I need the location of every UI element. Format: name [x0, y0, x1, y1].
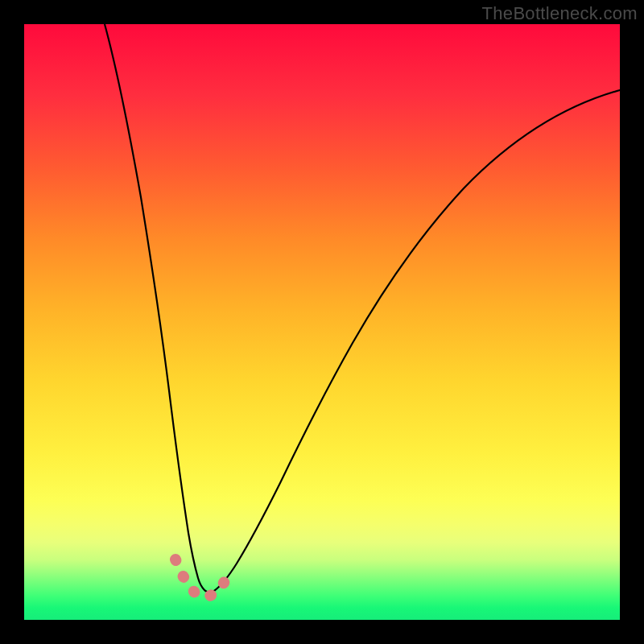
- watermark-label: TheBottleneck.com: [482, 3, 638, 24]
- plot-area: [24, 24, 620, 620]
- bottleneck-curve-path: [105, 24, 620, 592]
- curve-layer: [24, 24, 620, 620]
- near-minimum-dots-path: [175, 559, 229, 597]
- chart-frame: TheBottleneck.com: [0, 0, 644, 644]
